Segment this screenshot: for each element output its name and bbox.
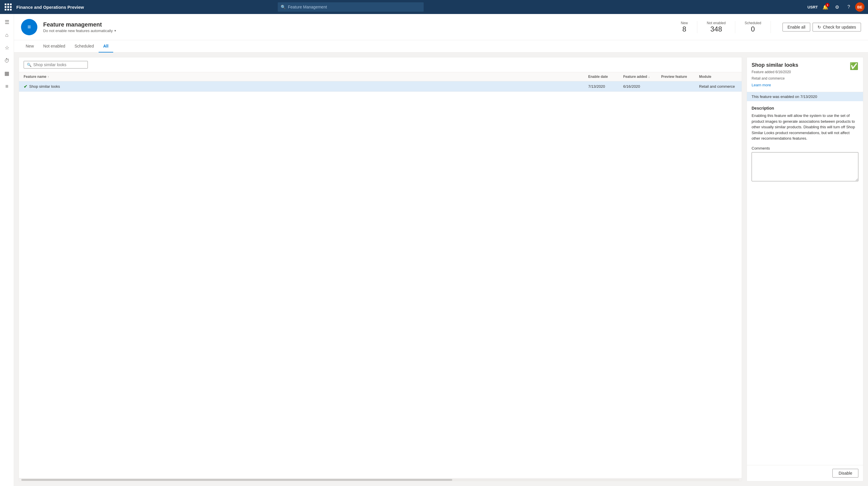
col-feature-added-label: Feature added: [623, 75, 647, 79]
stat-not-enabled-label: Not enabled: [707, 21, 725, 25]
col-module[interactable]: Module: [699, 75, 737, 79]
detail-feature-added: Feature added 6/16/2020: [752, 69, 798, 75]
col-preview-feature[interactable]: Preview feature: [661, 75, 699, 79]
tabs-bar: New Not enabled Scheduled All: [14, 40, 868, 53]
col-feature-added[interactable]: Feature added ↓: [623, 75, 661, 79]
col-feature-name[interactable]: Feature name ↑: [24, 75, 588, 79]
global-search[interactable]: 🔍: [278, 2, 424, 12]
sidebar-item-hamburger[interactable]: ☰: [1, 16, 13, 28]
search-input[interactable]: [288, 5, 421, 9]
col-enable-date[interactable]: Enable date: [588, 75, 623, 79]
dashboard-icon: ▦: [4, 70, 9, 77]
sidebar-item-favorites[interactable]: ☆: [1, 42, 13, 54]
search-bar: 🔍: [19, 58, 742, 72]
check-updates-button[interactable]: ↻ Check for updates: [812, 23, 861, 31]
col-preview-feature-label: Preview feature: [661, 75, 687, 79]
tab-not-enabled[interactable]: Not enabled: [38, 40, 70, 53]
stat-not-enabled: Not enabled 348: [697, 21, 735, 33]
stat-scheduled-label: Scheduled: [745, 21, 761, 25]
search-icon: 🔍: [281, 5, 286, 9]
header-text: Feature management Do not enable new fea…: [43, 21, 675, 33]
help-icon: ?: [847, 4, 850, 10]
cell-enable-date: 7/13/2020: [588, 84, 623, 89]
notification-badge: 1: [826, 3, 830, 7]
stat-new-value: 8: [681, 25, 688, 33]
learn-more-link[interactable]: Learn more: [752, 83, 798, 87]
search-icon-sm: 🔍: [27, 63, 32, 67]
stat-scheduled-value: 0: [745, 25, 761, 33]
cell-feature-added: 6/16/2020: [623, 84, 661, 89]
comments-label: Comments: [752, 146, 858, 151]
feature-name-text: Shop similar looks: [29, 84, 60, 89]
comments-textarea[interactable]: [752, 152, 858, 181]
cell-feature-name: ✔ Shop similar looks: [24, 84, 588, 89]
header-actions: Enable all ↻ Check for updates: [782, 23, 861, 31]
sidebar-item-list[interactable]: ≡: [1, 80, 13, 92]
help-button[interactable]: ?: [843, 2, 854, 12]
home-icon: ⌂: [5, 32, 8, 38]
table-scrollbar[interactable]: [19, 478, 742, 481]
feature-enabled-icon: ✅: [849, 62, 858, 70]
content-area: ≡ Feature management Do not enable new f…: [14, 14, 868, 486]
hamburger-icon: ☰: [5, 19, 9, 25]
detail-title: Shop similar looks: [752, 62, 798, 68]
gear-icon: ⚙: [835, 4, 839, 10]
sidebar-item-home[interactable]: ⌂: [1, 29, 13, 41]
list-icon: ≡: [5, 84, 8, 90]
description-text: Enabling this feature will allow the sys…: [752, 113, 858, 141]
detail-footer: Disable: [747, 465, 863, 481]
table-container: 🔍 Feature name ↑ Enable date Feature add…: [19, 57, 742, 481]
detail-enabled-banner: This feature was enabled on 7/13/2020: [747, 92, 863, 101]
stat-not-enabled-value: 348: [707, 25, 725, 33]
page-title: Feature management: [43, 21, 675, 28]
star-icon: ☆: [5, 44, 9, 51]
detail-body: Description Enabling this feature will a…: [747, 101, 863, 465]
feature-management-icon: ≡: [21, 19, 37, 35]
chevron-down-icon: ▾: [114, 29, 116, 33]
notifications-button[interactable]: 🔔 1: [820, 2, 831, 12]
disable-button[interactable]: Disable: [832, 469, 858, 478]
detail-header: Shop similar looks Feature added 6/16/20…: [747, 58, 863, 92]
detail-header-text: Shop similar looks Feature added 6/16/20…: [752, 62, 798, 87]
waffle-icon: [5, 3, 12, 10]
col-enable-date-label: Enable date: [588, 75, 608, 79]
scroll-track: [21, 479, 739, 481]
table-body: ✔ Shop similar looks 7/13/2020 6/16/2020…: [19, 82, 742, 478]
main-layout: ☰ ⌂ ☆ ⏱ ▦ ≡ ≡ Feature management Do no: [0, 14, 868, 486]
col-module-label: Module: [699, 75, 711, 79]
scroll-thumb: [21, 479, 452, 481]
sidebar-item-dashboard[interactable]: ▦: [1, 68, 13, 79]
header-stats: New 8 Not enabled 348 Scheduled 0: [681, 21, 771, 33]
user-avatar[interactable]: BE: [855, 2, 865, 12]
col-feature-name-label: Feature name: [24, 75, 46, 79]
check-updates-label: Check for updates: [823, 25, 856, 29]
stat-scheduled: Scheduled 0: [735, 21, 771, 33]
page-header: ≡ Feature management Do not enable new f…: [14, 14, 868, 40]
topbar: Finance and Operations Preview 🔍 USRT 🔔 …: [0, 0, 868, 14]
tab-new[interactable]: New: [21, 40, 38, 53]
cell-module: Retail and commerce: [699, 84, 737, 89]
refresh-icon: ↻: [817, 25, 821, 29]
feature-search-input[interactable]: [33, 62, 85, 67]
header-subtitle[interactable]: Do not enable new features automatically…: [43, 29, 675, 33]
settings-button[interactable]: ⚙: [832, 2, 842, 12]
sidebar: ☰ ⌂ ☆ ⏱ ▦ ≡: [0, 14, 14, 486]
table-panel: 🔍 Feature name ↑ Enable date Feature add…: [14, 53, 868, 486]
table-header: Feature name ↑ Enable date Feature added…: [19, 72, 742, 82]
detail-module: Retail and commerce: [752, 76, 798, 81]
stat-new: New 8: [681, 21, 697, 33]
user-label: USRT: [808, 5, 818, 9]
table-row[interactable]: ✔ Shop similar looks 7/13/2020 6/16/2020…: [19, 82, 742, 92]
stat-new-label: New: [681, 21, 688, 25]
sidebar-item-recent[interactable]: ⏱: [1, 55, 13, 66]
topbar-right: USRT 🔔 1 ⚙ ? BE: [808, 2, 865, 12]
feature-search-wrap[interactable]: 🔍: [24, 61, 88, 68]
clock-icon: ⏱: [4, 58, 10, 64]
enable-all-button[interactable]: Enable all: [782, 23, 810, 31]
sort-desc-icon: ↓: [648, 75, 650, 78]
sort-asc-icon: ↑: [48, 75, 49, 78]
tab-all[interactable]: All: [99, 40, 113, 53]
waffle-menu-button[interactable]: [3, 2, 13, 12]
app-title: Finance and Operations Preview: [16, 5, 84, 10]
tab-scheduled[interactable]: Scheduled: [70, 40, 99, 53]
